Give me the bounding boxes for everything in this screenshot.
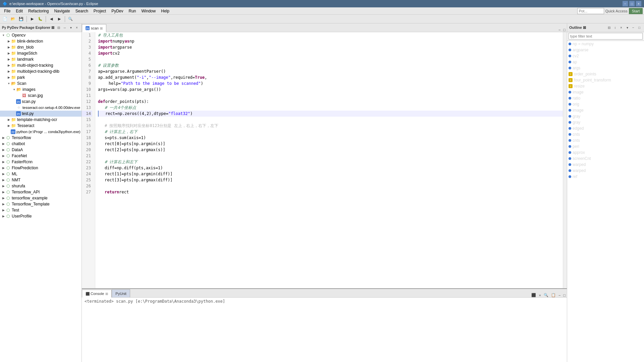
maximize-button[interactable]: □ — [629, 1, 635, 6]
menu-search[interactable]: Search — [73, 7, 91, 15]
tree-item-facenet[interactable]: ▶ ⬡ FaceNet — [0, 153, 82, 159]
outline-item-warped1[interactable]: warped — [567, 162, 644, 168]
console-toolbar-btn4[interactable]: 📋 — [550, 293, 557, 297]
editor-minimize-button[interactable]: − — [557, 28, 562, 32]
outline-maximize-button[interactable]: □ — [637, 25, 642, 31]
console-minimize-btn[interactable]: − — [557, 293, 562, 297]
link-editor-button[interactable]: ↔ — [62, 25, 67, 31]
pyunit-tab[interactable]: PyUnit — [112, 289, 130, 297]
menu-edit[interactable]: Edit — [13, 7, 25, 15]
outline-sort-button[interactable]: ↕ — [612, 25, 618, 31]
outline-item-gray1[interactable]: gray — [567, 113, 644, 119]
tree-item-template[interactable]: ▶ 📁 template-matching-ocr — [0, 117, 82, 123]
outline-minimize-button[interactable]: − — [631, 25, 636, 31]
tree-item-scanpy[interactable]: py scan.py — [0, 99, 82, 105]
outline-item-approx[interactable]: approx — [567, 149, 644, 156]
tree-item-blink[interactable]: ▶ 📁 blink-detection — [0, 38, 82, 44]
outline-item-argparse[interactable]: argparse — [567, 47, 644, 53]
toolbar-run[interactable]: ▶ — [29, 15, 36, 23]
outline-item-warped2[interactable]: warped — [567, 168, 644, 174]
tree-item-shurufa[interactable]: ▶ ⬡ shurufa — [0, 183, 82, 189]
tree-item-imagestich[interactable]: ▶ 📁 ImageStich — [0, 50, 82, 56]
outline-item-edged[interactable]: edged — [567, 125, 644, 131]
outline-item-cnts2[interactable]: cnts — [567, 137, 644, 143]
menu-refactoring[interactable]: Refactoring — [25, 7, 51, 15]
menu-file[interactable]: File — [1, 7, 13, 15]
outline-item-gray2[interactable]: gray — [567, 119, 644, 125]
tree-item-testpy[interactable]: py test.py — [0, 111, 82, 117]
toolbar-new[interactable]: 📄 — [1, 15, 9, 23]
console-maximize-btn[interactable]: □ — [562, 293, 567, 297]
tree-item-images[interactable]: ▾ 📂 images — [0, 86, 82, 93]
outline-item-ap[interactable]: ap — [567, 59, 644, 65]
outline-item-image1[interactable]: image — [567, 89, 644, 95]
tree-item-park[interactable]: ▶ 📁 park — [0, 74, 82, 80]
close-button[interactable]: × — [636, 1, 641, 6]
outline-filter-input[interactable] — [569, 33, 643, 40]
start-button[interactable]: Start — [629, 8, 643, 14]
toolbar-forward[interactable]: ▶ — [56, 15, 63, 23]
editor-tab-scan[interactable]: py scan ⊠ — [82, 24, 106, 32]
toolbar-open[interactable]: 📂 — [9, 15, 17, 23]
menu-project[interactable]: Project — [91, 7, 109, 15]
editor-maximize-button[interactable]: □ — [562, 28, 567, 32]
toolbar-search[interactable]: 🔍 — [67, 15, 74, 23]
tree-item-python[interactable]: py python (e:\Progr ... conda3\python.ex… — [0, 129, 82, 135]
panel-menu-button[interactable]: ▾ — [68, 25, 73, 31]
console-toolbar-btn3[interactable]: 🔍 — [542, 293, 550, 297]
tree-item-tf-api[interactable]: ▶ ⬡ Tensorflow_API — [0, 189, 82, 195]
outline-item-args[interactable]: args — [567, 65, 644, 71]
tree-item-multiobject-dlib[interactable]: ▶ 📁 multiobject-tracking-dlib — [0, 68, 82, 74]
outline-collapse-button[interactable]: ⊟ — [606, 25, 612, 31]
outline-item-orig[interactable]: orig — [567, 101, 644, 107]
menu-run[interactable]: Run — [126, 7, 139, 15]
tree-item-dnn[interactable]: ▶ 📁 dnn_blob — [0, 44, 82, 50]
tree-item-fasterrcnn[interactable]: ▶ ⬡ FasterRcnn — [0, 159, 82, 165]
tree-item-tensorflow[interactable]: ▶ ⬡ Tensorflow — [0, 135, 82, 141]
outline-item-image2[interactable]: image — [567, 107, 644, 113]
quick-access-input[interactable] — [577, 8, 604, 14]
tree-item-tf-example[interactable]: ▶ ⬡ tensorflow_example — [0, 195, 82, 201]
tree-item-flowpred[interactable]: ▶ ⬡ FlowPrediction — [0, 165, 82, 171]
console-tab[interactable]: ⬛ Console ⊠ — [82, 290, 112, 298]
tree-item-userprofile[interactable]: ▶ ⬡ UserProfile — [0, 213, 82, 219]
outline-item-screencnt[interactable]: screenCnt — [567, 156, 644, 162]
panel-close-button[interactable]: × — [74, 25, 79, 31]
code-editor[interactable]: # 导入工具包 import numpy as np import argpar… — [95, 32, 563, 288]
outline-item-cnts1[interactable]: cnts — [567, 131, 644, 137]
outline-menu-button[interactable]: ▾ — [625, 25, 630, 31]
tree-item-landmark[interactable]: ▶ 📁 landmark — [0, 56, 82, 62]
menu-navigate[interactable]: Navigate — [51, 7, 72, 15]
tree-item-ml[interactable]: ▶ ⬡ ML — [0, 171, 82, 177]
tree-item-chatbot[interactable]: ▶ ⬡ chatbot — [0, 141, 82, 147]
outline-item-ref[interactable]: ref — [567, 174, 644, 180]
outline-item-ratio[interactable]: ratio — [567, 95, 644, 101]
tree-item-scanjpg[interactable]: 🖼 scan.jpg — [0, 93, 82, 99]
tree-item-tesseract-exe[interactable]: ⚙ tesseract-ocr-setup-4.00.00dev.exe — [0, 105, 82, 111]
tree-item-tf-template[interactable]: ▶ ⬡ Tensorflow_Template — [0, 201, 82, 207]
toolbar-save[interactable]: 💾 — [17, 15, 25, 23]
tree-item-opencv[interactable]: ▾ ⬡ Opencv — [0, 32, 82, 38]
minimize-button[interactable]: − — [623, 1, 628, 6]
tree-item-nmt[interactable]: ▶ ⬡ NMT — [0, 177, 82, 183]
menu-pydev[interactable]: PyDev — [109, 7, 126, 15]
toolbar-back[interactable]: ◀ — [48, 15, 55, 23]
outline-item-order-points[interactable]: f order_points — [567, 71, 644, 77]
console-toolbar-btn1[interactable]: ⬛ — [530, 293, 537, 297]
toolbar-debug[interactable]: 🐛 — [37, 15, 44, 23]
outline-item-resize[interactable]: f resize — [567, 83, 644, 89]
collapse-all-button[interactable]: ⊟ — [56, 25, 61, 31]
outline-item-cv2[interactable]: cv2 — [567, 53, 644, 59]
outline-item-four-point[interactable]: f four_point_transform — [567, 77, 644, 83]
tree-item-multiobject[interactable]: ▶ 📁 multi-object-tracking — [0, 62, 82, 68]
console-toolbar-btn2[interactable]: × — [537, 293, 542, 297]
tree-item-dataa[interactable]: ▶ ⬡ DataA — [0, 147, 82, 153]
outline-item-peri[interactable]: peri — [567, 143, 644, 149]
menu-window[interactable]: Window — [139, 7, 159, 15]
menu-help[interactable]: Help — [158, 7, 172, 15]
tree-item-test[interactable]: ▶ ⬡ Test — [0, 207, 82, 213]
tree-item-scan[interactable]: ▾ 📂 Scan — [0, 80, 82, 86]
tree-item-tesseract[interactable]: ▶ 📁 Tesseract — [0, 123, 82, 129]
outline-item-np[interactable]: np = numpy — [567, 41, 644, 47]
editor-scrollbar[interactable] — [563, 32, 567, 288]
